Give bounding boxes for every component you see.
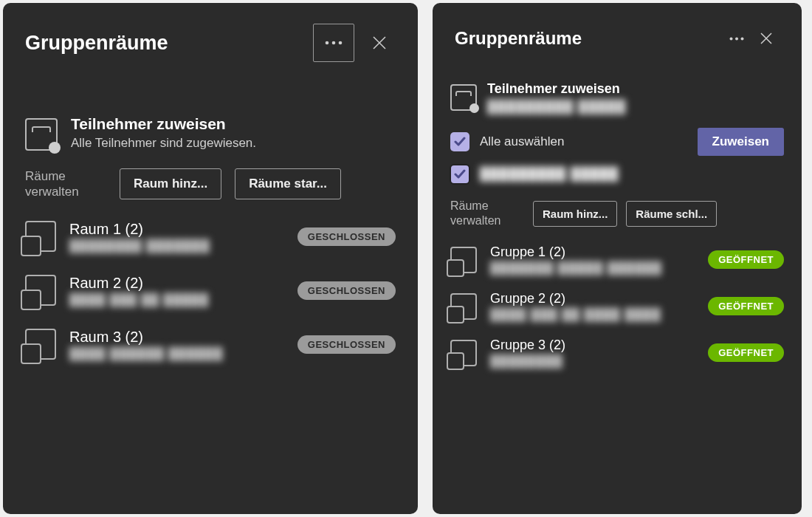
room-name: Raum 2 (2)	[69, 275, 284, 292]
room-name: Gruppe 3 (2)	[490, 338, 695, 353]
ellipsis-icon	[325, 41, 343, 45]
manage-rooms-row: Räume verwalten Raum hinz... Räume star.…	[3, 151, 418, 200]
room-item[interactable]: Raum 1 (2) ████████ ███████ GESCHLOSSEN	[25, 221, 396, 253]
room-participants: ███████ █████ ██████	[490, 261, 695, 275]
room-participants: ████ ██████ ██████	[69, 347, 284, 360]
select-all-label: Alle auswählen	[480, 134, 687, 149]
close-icon	[371, 35, 388, 51]
check-icon	[454, 169, 466, 179]
room-name: Raum 3 (2)	[69, 329, 284, 346]
participant-name: █████████ █████	[480, 167, 784, 182]
assign-texts: Teilnehmer zuweisen Alle Teilnehmer sind…	[71, 115, 256, 151]
room-name: Raum 1 (2)	[69, 221, 284, 238]
room-status-badge: GESCHLOSSEN	[297, 281, 396, 300]
svg-point-3	[730, 37, 733, 40]
room-icon	[25, 275, 56, 306]
more-options-button[interactable]	[722, 24, 751, 53]
assign-subtext: Alle Teilnehmer sind zugewiesen.	[71, 136, 256, 151]
room-list: Gruppe 1 (2) ███████ █████ ██████ GEÖFFN…	[433, 228, 802, 368]
check-icon	[454, 137, 466, 147]
room-status-badge: GEÖFFNET	[708, 297, 784, 315]
svg-point-4	[735, 37, 738, 40]
room-status-badge: GEÖFFNET	[708, 343, 784, 362]
svg-point-0	[326, 41, 329, 45]
assign-participants-icon	[25, 118, 58, 151]
svg-point-1	[332, 41, 336, 45]
start-rooms-button[interactable]: Räume star...	[235, 168, 341, 199]
more-options-button[interactable]	[313, 24, 354, 62]
panel-header: Gruppenräume	[3, 3, 418, 69]
panel-title: Gruppenräume	[455, 28, 722, 49]
assign-heading: Teilnehmer zuweisen	[487, 81, 626, 97]
room-icon	[450, 293, 477, 320]
room-icon	[450, 247, 477, 273]
room-status-badge: GESCHLOSSEN	[297, 227, 396, 246]
add-room-button[interactable]: Raum hinz...	[120, 168, 221, 199]
room-status-badge: GESCHLOSSEN	[297, 335, 396, 354]
room-status-badge: GEÖFFNET	[708, 250, 784, 269]
close-panel-button[interactable]	[751, 24, 781, 53]
room-participants: ████ ███ ██ █████	[69, 293, 284, 307]
assign-subtext: █████████ █████	[487, 100, 626, 114]
breakout-rooms-panel-open: Gruppenräume Teilnehmer zuweisen ███████…	[433, 3, 802, 514]
manage-rooms-label: Räume verwalten	[25, 168, 106, 200]
select-all-row: Alle auswählen Zuweisen	[433, 123, 802, 160]
room-item[interactable]: Gruppe 1 (2) ███████ █████ ██████ GEÖFFN…	[450, 244, 784, 275]
ellipsis-icon	[729, 37, 744, 41]
breakout-rooms-panel-closed: Gruppenräume Teilnehmer zuweisen Alle Te…	[3, 3, 418, 514]
room-item[interactable]: Gruppe 3 (2) ████████ GEÖFFNET	[450, 338, 784, 368]
assign-texts: Teilnehmer zuweisen █████████ █████	[487, 81, 626, 114]
svg-point-5	[741, 37, 744, 40]
assign-section: Teilnehmer zuweisen █████████ █████	[433, 61, 802, 114]
close-rooms-button[interactable]: Räume schl...	[626, 201, 717, 227]
assign-participants-icon	[450, 84, 477, 111]
room-item[interactable]: Raum 2 (2) ████ ███ ██ █████ GESCHLOSSEN	[25, 275, 396, 307]
manage-rooms-row: Räume verwalten Raum hinz... Räume schl.…	[433, 185, 802, 228]
assign-button[interactable]: Zuweisen	[698, 128, 784, 156]
select-all-checkbox[interactable]	[450, 132, 469, 151]
room-item[interactable]: Raum 3 (2) ████ ██████ ██████ GESCHLOSSE…	[25, 329, 396, 360]
room-name: Gruppe 2 (2)	[490, 291, 695, 307]
participant-checkbox[interactable]	[450, 165, 469, 184]
panel-title: Gruppenräume	[25, 32, 313, 55]
manage-rooms-label: Räume verwalten	[450, 199, 524, 228]
room-icon	[25, 329, 56, 360]
panel-header: Gruppenräume	[433, 3, 802, 61]
room-participants: ████ ███ ██ ████ ████	[490, 308, 695, 321]
add-room-button[interactable]: Raum hinz...	[533, 201, 617, 227]
room-name: Gruppe 1 (2)	[490, 244, 695, 260]
participant-row[interactable]: █████████ █████	[433, 160, 802, 185]
room-item[interactable]: Gruppe 2 (2) ████ ███ ██ ████ ████ GEÖFF…	[450, 291, 784, 321]
close-panel-button[interactable]	[362, 25, 397, 61]
room-participants: ████████ ███████	[69, 239, 284, 253]
room-participants: ████████	[490, 355, 695, 368]
room-list: Raum 1 (2) ████████ ███████ GESCHLOSSEN …	[3, 200, 418, 360]
svg-point-2	[339, 41, 343, 45]
assign-section: Teilnehmer zuweisen Alle Teilnehmer sind…	[3, 69, 418, 151]
room-icon	[25, 221, 56, 252]
close-icon	[759, 31, 774, 46]
room-icon	[450, 340, 477, 366]
assign-heading: Teilnehmer zuweisen	[71, 115, 256, 133]
